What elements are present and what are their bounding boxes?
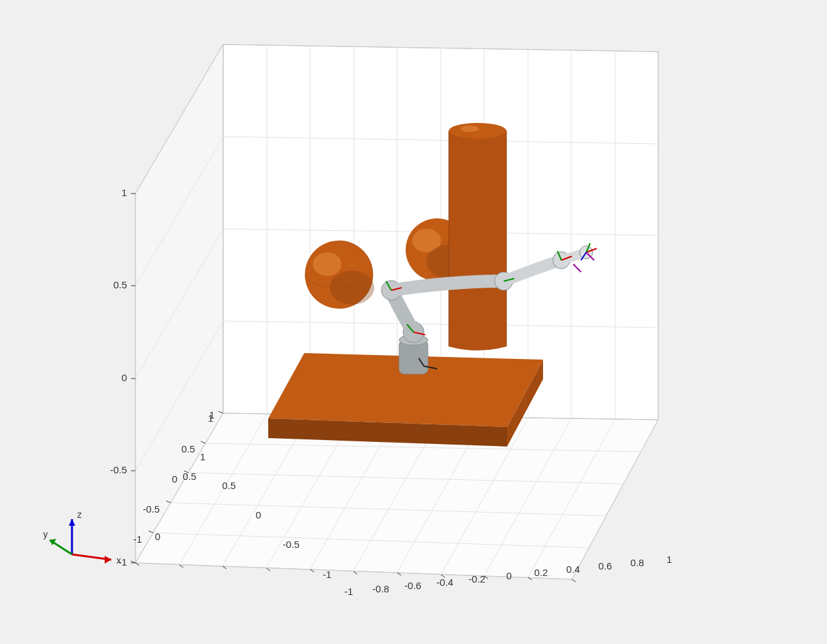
svg-text:0.5: 0.5 bbox=[181, 443, 195, 454]
y-tick-label: 0 bbox=[155, 531, 160, 542]
svg-marker-105 bbox=[69, 519, 75, 526]
z-tick-label: 0.5 bbox=[113, 279, 127, 290]
x-tick-label: 0 bbox=[506, 570, 512, 581]
axis-indicator-z-label: z bbox=[77, 509, 82, 520]
z-axis-ticks bbox=[131, 194, 135, 563]
z-tick-label: 1 bbox=[122, 187, 127, 198]
x-tick-label: -0.2 bbox=[468, 573, 485, 585]
svg-text:-0.5: -0.5 bbox=[143, 503, 160, 515]
x-tick-label: 1 bbox=[667, 554, 672, 565]
figure-3d-scene: 1 0.5 0 -0.5 -1 1 0.5 0 1 0.5 0 -0.5 -1 bbox=[0, 0, 827, 644]
svg-point-49 bbox=[313, 252, 342, 276]
svg-line-88 bbox=[572, 579, 576, 582]
x-tick-label: 0.2 bbox=[535, 567, 548, 578]
svg-text:1: 1 bbox=[200, 451, 205, 462]
svg-line-97 bbox=[179, 565, 183, 568]
x-tick-label: 0.8 bbox=[631, 557, 644, 568]
svg-marker-107 bbox=[105, 556, 111, 564]
x-tick-label: -0.8 bbox=[372, 583, 389, 594]
svg-text:0.5: 0.5 bbox=[222, 480, 236, 491]
svg-text:-1: -1 bbox=[133, 534, 142, 545]
axis-indicator-x-label: x bbox=[116, 555, 121, 566]
z-tick-label: -0.5 bbox=[110, 464, 127, 475]
svg-line-93 bbox=[353, 571, 357, 574]
svg-point-47 bbox=[461, 126, 479, 132]
svg-text:0: 0 bbox=[256, 509, 261, 520]
x-tick-label: -0.4 bbox=[436, 577, 453, 588]
svg-point-50 bbox=[330, 271, 374, 305]
axis-indicator-y-label: y bbox=[43, 529, 48, 539]
svg-line-95 bbox=[266, 568, 270, 571]
svg-point-46 bbox=[449, 123, 506, 139]
svg-text:-1: -1 bbox=[323, 569, 331, 580]
x-tick-label: 0.4 bbox=[567, 564, 580, 575]
svg-text:-0.5: -0.5 bbox=[283, 539, 300, 550]
x-tick-label: -1 bbox=[344, 586, 353, 597]
svg-text:1: 1 bbox=[208, 413, 213, 424]
y-tick-label: 0.5 bbox=[183, 471, 196, 482]
axis-indicator: z x y bbox=[43, 509, 121, 566]
svg-text:0: 0 bbox=[172, 473, 177, 484]
z-axis-labels: 1 0.5 0 -0.5 -1 bbox=[110, 187, 127, 568]
x-tick-label: -0.6 bbox=[404, 580, 421, 591]
scene-svg[interactable]: 1 0.5 0 -0.5 -1 1 0.5 0 1 0.5 0 -0.5 -1 bbox=[0, 0, 827, 644]
cylinder bbox=[449, 123, 506, 350]
z-tick-label: 0 bbox=[122, 372, 127, 383]
x-tick-label: 0.6 bbox=[599, 560, 612, 571]
